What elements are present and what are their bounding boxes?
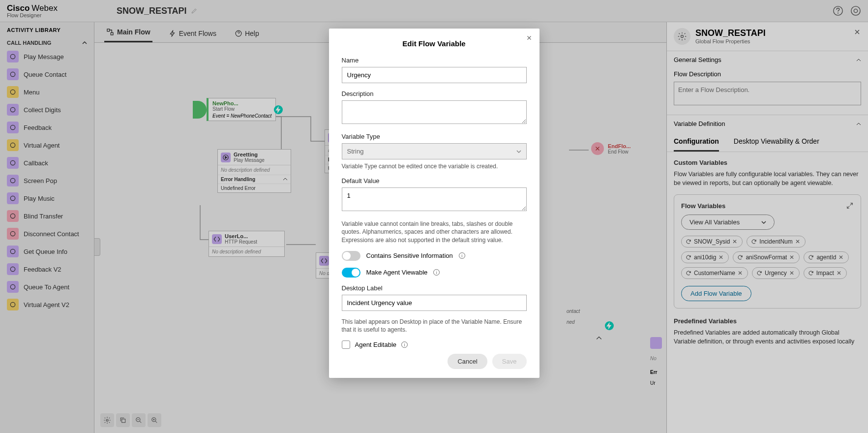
name-input[interactable] xyxy=(342,67,527,83)
sensitive-toggle[interactable] xyxy=(342,251,360,261)
info-icon[interactable]: i xyxy=(459,252,465,259)
info-icon[interactable]: i xyxy=(401,341,408,348)
type-hint: Variable Type cannot be edited once the … xyxy=(342,162,527,170)
sensitive-label: Contains Sensitive Information xyxy=(366,252,453,259)
cancel-button[interactable]: Cancel xyxy=(448,354,487,369)
agent-viewable-toggle[interactable] xyxy=(342,268,360,278)
desktop-hint: This label appears on Desktop in place o… xyxy=(342,318,527,334)
save-button[interactable]: Save xyxy=(492,354,527,369)
agent-viewable-label: Make Agent Viewable xyxy=(366,269,428,276)
desktop-label-input[interactable] xyxy=(342,295,527,311)
description-input[interactable] xyxy=(342,100,527,124)
description-label: Description xyxy=(342,90,527,97)
name-label: Name xyxy=(342,57,527,64)
modal-overlay: Edit Flow Variable Name Description Vari… xyxy=(0,0,868,433)
close-modal-button[interactable] xyxy=(526,34,533,41)
info-icon[interactable]: i xyxy=(433,269,440,276)
edit-variable-modal: Edit Flow Variable Name Description Vari… xyxy=(329,29,539,378)
default-hint: Variable value cannot contain line break… xyxy=(342,220,527,244)
variable-type-label: Variable Type xyxy=(342,133,527,140)
modal-title: Edit Flow Variable xyxy=(342,39,527,48)
agent-editable-label: Agent Editable xyxy=(355,341,397,348)
agent-editable-checkbox[interactable] xyxy=(342,340,350,349)
default-value-input[interactable]: 1 xyxy=(342,187,527,211)
chevron-down-icon xyxy=(516,149,521,154)
default-value-label: Default Value xyxy=(342,177,527,185)
variable-type-select: String xyxy=(342,143,527,159)
desktop-label-label: Desktop Label xyxy=(342,284,527,292)
